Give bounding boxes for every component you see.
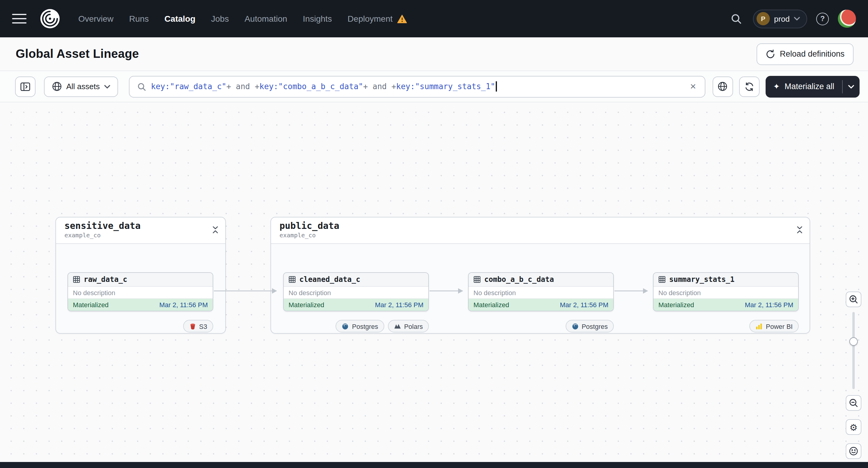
question-icon: ? bbox=[820, 14, 825, 23]
group-subtitle: example_co bbox=[64, 232, 205, 239]
collapse-icon bbox=[795, 225, 804, 234]
tag-label: S3 bbox=[199, 322, 207, 330]
hamburger-menu-icon[interactable] bbox=[12, 14, 27, 23]
asset-node-cleaned-data-c[interactable]: cleaned_data_c No description Materializ… bbox=[283, 272, 429, 311]
asset-status-row: Materialized Mar 2, 11:56 PM bbox=[284, 299, 428, 311]
materialize-all-split-button: ✦ Materialize all bbox=[765, 75, 860, 97]
asset-tags-cleaned-data-c: Postgres Polars bbox=[283, 320, 429, 333]
nav-label: Insights bbox=[303, 14, 332, 24]
tag-chip-polars[interactable]: Polars bbox=[388, 320, 429, 333]
asset-name: cleaned_data_c bbox=[299, 275, 360, 284]
graph-settings-button[interactable]: ⚙ bbox=[846, 419, 861, 435]
nav-label: Runs bbox=[129, 14, 149, 24]
bottom-bar bbox=[0, 462, 868, 468]
dagster-logo[interactable] bbox=[40, 8, 60, 29]
asset-node-header: raw_data_c bbox=[68, 273, 213, 287]
collapse-group-button[interactable] bbox=[211, 225, 220, 234]
asset-selection-query: key:"raw_data_c"+ and +key:"combo_a_b_c_… bbox=[151, 81, 497, 92]
asset-description: No description bbox=[654, 287, 798, 299]
reload-definitions-button[interactable]: Reload definitions bbox=[756, 43, 854, 65]
asset-name: combo_a_b_c_data bbox=[484, 275, 554, 284]
materialization-timestamp-link[interactable]: Mar 2, 11:56 PM bbox=[560, 301, 609, 308]
toggle-sidebar-button[interactable] bbox=[15, 76, 35, 97]
nav-item-deployment[interactable]: Deployment bbox=[347, 14, 407, 24]
search-icon bbox=[730, 13, 742, 25]
nav-item-overview[interactable]: Overview bbox=[78, 14, 114, 24]
collapse-group-button[interactable] bbox=[795, 225, 804, 234]
materialize-options-button[interactable] bbox=[843, 75, 860, 97]
tag-label: Polars bbox=[404, 322, 423, 330]
asset-status-row: Materialized Mar 2, 11:56 PM bbox=[469, 299, 613, 311]
group-title: public_data bbox=[279, 221, 789, 231]
asset-status-row: Materialized Mar 2, 11:56 PM bbox=[654, 299, 798, 311]
nav-label: Automation bbox=[245, 14, 287, 24]
table-icon bbox=[73, 276, 80, 283]
asset-scope-dropdown[interactable]: All assets bbox=[44, 76, 118, 97]
asset-node-header: summary_stats_1 bbox=[654, 273, 798, 287]
nav-label: Overview bbox=[78, 14, 114, 24]
user-avatar[interactable] bbox=[838, 10, 856, 28]
materialization-timestamp-link[interactable]: Mar 2, 11:56 PM bbox=[159, 301, 208, 308]
graph-view-options-button[interactable] bbox=[712, 76, 733, 97]
deployment-switcher[interactable]: P prod bbox=[753, 9, 807, 28]
tag-label: Postgres bbox=[352, 322, 378, 330]
query-token: + and + bbox=[226, 82, 259, 91]
asset-node-summary-stats-1[interactable]: summary_stats_1 No description Materiali… bbox=[653, 272, 799, 311]
deployment-name: prod bbox=[774, 14, 790, 23]
panel-toggle-icon bbox=[20, 81, 31, 92]
zoom-slider-track[interactable] bbox=[852, 312, 855, 389]
tag-chip-postgres[interactable]: Postgres bbox=[565, 320, 614, 333]
smiley-icon bbox=[849, 446, 858, 456]
table-icon bbox=[473, 276, 481, 283]
search-icon bbox=[136, 82, 146, 91]
sparkle-icon: ✦ bbox=[773, 82, 780, 91]
zoom-out-button[interactable] bbox=[846, 395, 861, 411]
asset-description: No description bbox=[469, 287, 613, 299]
page-title: Global Asset Lineage bbox=[16, 47, 139, 61]
reload-icon bbox=[765, 49, 775, 59]
zoom-slider-knob[interactable] bbox=[849, 337, 858, 346]
query-token: key:"summary_stats_1" bbox=[396, 82, 495, 91]
asset-status-row: Materialized Mar 2, 11:56 PM bbox=[68, 299, 213, 311]
materialization-timestamp-link[interactable]: Mar 2, 11:56 PM bbox=[375, 301, 424, 308]
nav-item-automation[interactable]: Automation bbox=[245, 14, 287, 24]
asset-name: summary_stats_1 bbox=[669, 275, 735, 284]
asset-name: raw_data_c bbox=[84, 275, 127, 284]
asset-node-raw-data-c[interactable]: raw_data_c No description Materialized M… bbox=[67, 272, 213, 311]
zoom-in-button[interactable] bbox=[846, 291, 861, 307]
nav-item-runs[interactable]: Runs bbox=[129, 14, 149, 24]
tag-chip-s3[interactable]: S3 bbox=[183, 320, 213, 333]
lineage-toolbar: All assets key:"raw_data_c"+ and +key:"c… bbox=[0, 71, 868, 102]
tag-label: Postgres bbox=[582, 322, 608, 330]
top-navbar: Overview Runs Catalog Jobs Automation In… bbox=[0, 0, 868, 37]
text-cursor bbox=[496, 81, 497, 92]
materialization-timestamp-link[interactable]: Mar 2, 11:56 PM bbox=[745, 301, 793, 308]
search-button[interactable] bbox=[728, 11, 744, 27]
feedback-button[interactable] bbox=[846, 443, 861, 459]
globe-icon bbox=[717, 81, 727, 92]
status-badge: Materialized bbox=[658, 301, 694, 308]
chevron-down-icon bbox=[794, 17, 800, 21]
asset-tags-raw-data-c: S3 bbox=[67, 320, 213, 333]
refresh-button[interactable] bbox=[739, 76, 759, 97]
query-token: key:"combo_a_b_c_data" bbox=[259, 82, 363, 91]
chevron-down-icon bbox=[104, 85, 110, 88]
nav-item-jobs[interactable]: Jobs bbox=[211, 14, 229, 24]
asset-node-combo-a-b-c-data[interactable]: combo_a_b_c_data No description Material… bbox=[468, 272, 614, 311]
asset-tags-summary-stats-1: Power BI bbox=[653, 320, 799, 333]
nav-item-insights[interactable]: Insights bbox=[303, 14, 332, 24]
deployment-initial-badge: P bbox=[756, 12, 770, 25]
tag-chip-postgres[interactable]: Postgres bbox=[336, 320, 384, 333]
postgres-icon bbox=[571, 322, 579, 330]
nav-item-catalog[interactable]: Catalog bbox=[164, 14, 195, 24]
tag-chip-power-bi[interactable]: Power BI bbox=[750, 320, 799, 333]
help-button[interactable]: ? bbox=[816, 12, 829, 25]
asset-node-header: cleaned_data_c bbox=[284, 273, 428, 287]
clear-query-button[interactable]: × bbox=[689, 81, 697, 92]
status-badge: Materialized bbox=[288, 301, 324, 308]
asset-selection-input[interactable]: key:"raw_data_c"+ and +key:"combo_a_b_c_… bbox=[129, 75, 705, 97]
materialize-all-button[interactable]: ✦ Materialize all bbox=[765, 75, 842, 97]
navbar-right: P prod ? bbox=[728, 9, 856, 28]
lineage-canvas[interactable]: sensitive_data example_co public_data ex… bbox=[0, 102, 868, 462]
asset-node-header: combo_a_b_c_data bbox=[469, 273, 613, 287]
